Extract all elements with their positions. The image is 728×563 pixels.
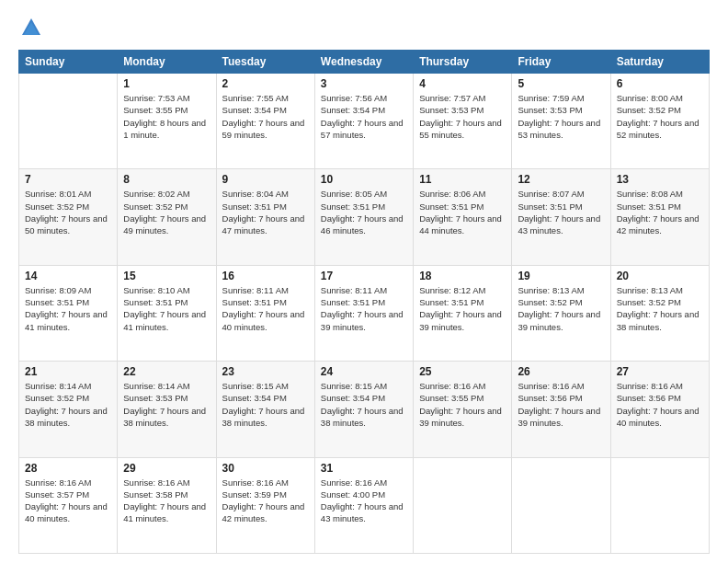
day-number: 24 (321, 365, 407, 378)
day-header-monday: Monday (118, 51, 216, 74)
day-number: 11 (419, 173, 506, 186)
calendar-table: SundayMondayTuesdayWednesdayThursdayFrid… (18, 50, 710, 554)
day-cell: 21Sunrise: 8:14 AM Sunset: 3:52 PM Dayli… (19, 362, 118, 457)
day-info: Sunrise: 8:11 AM Sunset: 3:51 PM Dayligh… (321, 284, 407, 333)
day-cell: 29Sunrise: 8:16 AM Sunset: 3:58 PM Dayli… (118, 457, 216, 553)
day-info: Sunrise: 8:06 AM Sunset: 3:51 PM Dayligh… (419, 188, 506, 236)
day-number: 3 (321, 77, 407, 90)
day-info: Sunrise: 8:01 AM Sunset: 3:52 PM Dayligh… (25, 188, 111, 236)
day-cell: 26Sunrise: 8:16 AM Sunset: 3:56 PM Dayli… (512, 362, 610, 457)
day-info: Sunrise: 7:59 AM Sunset: 3:53 PM Dayligh… (518, 92, 604, 141)
day-cell: 25Sunrise: 8:16 AM Sunset: 3:55 PM Dayli… (414, 362, 512, 457)
day-number: 4 (419, 77, 506, 90)
day-info: Sunrise: 8:08 AM Sunset: 3:51 PM Dayligh… (617, 188, 703, 236)
day-number: 18 (419, 270, 506, 282)
day-number: 12 (518, 173, 604, 186)
day-info: Sunrise: 8:07 AM Sunset: 3:51 PM Dayligh… (518, 188, 604, 236)
day-number: 28 (25, 462, 111, 475)
logo (18, 15, 46, 40)
day-number: 5 (518, 77, 604, 90)
day-info: Sunrise: 8:16 AM Sunset: 3:55 PM Dayligh… (419, 380, 506, 429)
page: SundayMondayTuesdayWednesdayThursdayFrid… (0, 0, 728, 563)
day-info: Sunrise: 8:12 AM Sunset: 3:51 PM Dayligh… (419, 284, 506, 333)
day-cell: 27Sunrise: 8:16 AM Sunset: 3:56 PM Dayli… (610, 362, 709, 457)
day-cell: 7Sunrise: 8:01 AM Sunset: 3:52 PM Daylig… (19, 169, 118, 265)
day-cell: 15Sunrise: 8:10 AM Sunset: 3:51 PM Dayli… (118, 265, 216, 361)
day-number: 9 (222, 173, 309, 186)
day-cell: 14Sunrise: 8:09 AM Sunset: 3:51 PM Dayli… (19, 265, 118, 361)
header (18, 15, 710, 40)
day-cell: 16Sunrise: 8:11 AM Sunset: 3:51 PM Dayli… (216, 265, 314, 361)
day-header-friday: Friday (512, 51, 610, 74)
day-number: 17 (321, 270, 407, 282)
day-header-thursday: Thursday (414, 51, 512, 74)
week-row-5: 28Sunrise: 8:16 AM Sunset: 3:57 PM Dayli… (19, 457, 710, 553)
day-number: 30 (222, 462, 309, 475)
day-cell: 1Sunrise: 7:53 AM Sunset: 3:55 PM Daylig… (118, 74, 216, 169)
day-info: Sunrise: 7:56 AM Sunset: 3:54 PM Dayligh… (321, 92, 407, 141)
day-cell: 20Sunrise: 8:13 AM Sunset: 3:52 PM Dayli… (610, 265, 709, 361)
day-cell: 28Sunrise: 8:16 AM Sunset: 3:57 PM Dayli… (19, 457, 118, 553)
day-info: Sunrise: 8:15 AM Sunset: 3:54 PM Dayligh… (222, 380, 309, 429)
day-info: Sunrise: 8:11 AM Sunset: 3:51 PM Dayligh… (222, 284, 309, 333)
day-cell: 5Sunrise: 7:59 AM Sunset: 3:53 PM Daylig… (512, 74, 610, 169)
calendar-header-row: SundayMondayTuesdayWednesdayThursdayFrid… (19, 51, 710, 74)
day-info: Sunrise: 8:16 AM Sunset: 4:00 PM Dayligh… (321, 477, 407, 525)
day-cell: 3Sunrise: 7:56 AM Sunset: 3:54 PM Daylig… (314, 74, 413, 169)
day-info: Sunrise: 8:16 AM Sunset: 3:58 PM Dayligh… (123, 477, 210, 525)
day-cell (512, 457, 610, 553)
day-header-tuesday: Tuesday (216, 51, 314, 74)
day-cell: 30Sunrise: 8:16 AM Sunset: 3:59 PM Dayli… (216, 457, 314, 553)
day-cell: 23Sunrise: 8:15 AM Sunset: 3:54 PM Dayli… (216, 362, 314, 457)
day-cell: 4Sunrise: 7:57 AM Sunset: 3:53 PM Daylig… (414, 74, 512, 169)
day-info: Sunrise: 8:16 AM Sunset: 3:59 PM Dayligh… (222, 477, 309, 525)
day-info: Sunrise: 8:09 AM Sunset: 3:51 PM Dayligh… (25, 284, 111, 333)
day-info: Sunrise: 8:14 AM Sunset: 3:52 PM Dayligh… (25, 380, 111, 429)
day-cell: 2Sunrise: 7:55 AM Sunset: 3:54 PM Daylig… (216, 74, 314, 169)
logo-icon (18, 15, 44, 40)
day-cell: 9Sunrise: 8:04 AM Sunset: 3:51 PM Daylig… (216, 169, 314, 265)
day-info: Sunrise: 8:16 AM Sunset: 3:56 PM Dayligh… (518, 380, 604, 429)
day-number: 8 (123, 173, 210, 186)
day-cell: 13Sunrise: 8:08 AM Sunset: 3:51 PM Dayli… (610, 169, 709, 265)
day-info: Sunrise: 8:14 AM Sunset: 3:53 PM Dayligh… (123, 380, 210, 429)
day-cell: 17Sunrise: 8:11 AM Sunset: 3:51 PM Dayli… (314, 265, 413, 361)
day-cell: 11Sunrise: 8:06 AM Sunset: 3:51 PM Dayli… (414, 169, 512, 265)
day-info: Sunrise: 8:04 AM Sunset: 3:51 PM Dayligh… (222, 188, 309, 236)
day-cell (19, 74, 118, 169)
day-info: Sunrise: 7:55 AM Sunset: 3:54 PM Dayligh… (222, 92, 309, 141)
day-cell: 18Sunrise: 8:12 AM Sunset: 3:51 PM Dayli… (414, 265, 512, 361)
day-number: 13 (617, 173, 703, 186)
day-number: 23 (222, 365, 309, 378)
day-cell: 8Sunrise: 8:02 AM Sunset: 3:52 PM Daylig… (118, 169, 216, 265)
day-number: 19 (518, 270, 604, 282)
day-number: 25 (419, 365, 506, 378)
day-info: Sunrise: 8:00 AM Sunset: 3:52 PM Dayligh… (617, 92, 703, 141)
day-info: Sunrise: 8:02 AM Sunset: 3:52 PM Dayligh… (123, 188, 210, 236)
week-row-3: 14Sunrise: 8:09 AM Sunset: 3:51 PM Dayli… (19, 265, 710, 361)
day-number: 7 (25, 173, 111, 186)
day-info: Sunrise: 7:53 AM Sunset: 3:55 PM Dayligh… (123, 92, 210, 141)
day-cell: 24Sunrise: 8:15 AM Sunset: 3:54 PM Dayli… (314, 362, 413, 457)
day-number: 16 (222, 270, 309, 282)
week-row-4: 21Sunrise: 8:14 AM Sunset: 3:52 PM Dayli… (19, 362, 710, 457)
day-number: 27 (617, 365, 703, 378)
day-cell: 6Sunrise: 8:00 AM Sunset: 3:52 PM Daylig… (610, 74, 709, 169)
day-header-sunday: Sunday (19, 51, 118, 74)
day-number: 14 (25, 270, 111, 282)
week-row-1: 1Sunrise: 7:53 AM Sunset: 3:55 PM Daylig… (19, 74, 710, 169)
day-number: 1 (123, 77, 210, 90)
day-info: Sunrise: 8:13 AM Sunset: 3:52 PM Dayligh… (518, 284, 604, 333)
day-header-wednesday: Wednesday (314, 51, 413, 74)
day-number: 10 (321, 173, 407, 186)
day-number: 21 (25, 365, 111, 378)
week-row-2: 7Sunrise: 8:01 AM Sunset: 3:52 PM Daylig… (19, 169, 710, 265)
day-header-saturday: Saturday (610, 51, 709, 74)
day-number: 22 (123, 365, 210, 378)
day-info: Sunrise: 8:05 AM Sunset: 3:51 PM Dayligh… (321, 188, 407, 236)
day-info: Sunrise: 8:16 AM Sunset: 3:57 PM Dayligh… (25, 477, 111, 525)
day-number: 6 (617, 77, 703, 90)
day-number: 26 (518, 365, 604, 378)
day-info: Sunrise: 8:13 AM Sunset: 3:52 PM Dayligh… (617, 284, 703, 333)
day-cell: 22Sunrise: 8:14 AM Sunset: 3:53 PM Dayli… (118, 362, 216, 457)
